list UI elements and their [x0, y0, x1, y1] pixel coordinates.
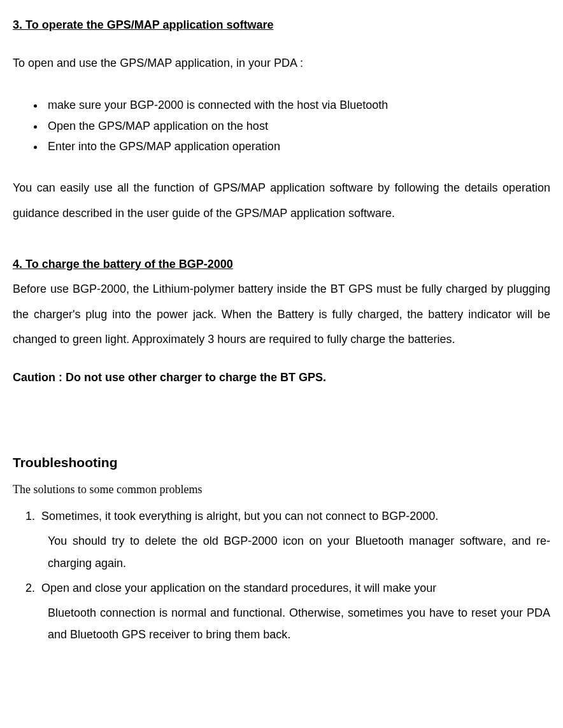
list-item: Sometimes, it took everything is alright…: [38, 505, 550, 527]
section-3-bullet-list: make sure your BGP-2000 is connected wit…: [13, 95, 550, 157]
section-3: 3. To operate the GPS/MAP application so…: [13, 13, 550, 227]
section-3-body: You can easily use all the function of G…: [13, 176, 550, 226]
troubleshooting-item1-detail: You should try to delete the old BGP-200…: [13, 530, 550, 573]
troubleshooting-subheading: The solutions to some common problems: [13, 477, 550, 503]
list-item: Enter into the GPS/MAP application opera…: [45, 136, 550, 157]
troubleshooting-item2-detail: Bluetooth connection is normal and funct…: [13, 602, 550, 645]
section-4: 4. To charge the battery of the BGP-2000…: [13, 252, 550, 391]
list-item: Open and close your application on the s…: [38, 577, 550, 599]
list-item: make sure your BGP-2000 is connected wit…: [45, 95, 550, 115]
section-3-heading: 3. To operate the GPS/MAP application so…: [13, 13, 550, 38]
troubleshooting-heading: Troubleshooting: [13, 448, 550, 477]
section-4-caution: Caution : Do not use other charger to ch…: [13, 365, 550, 391]
section-4-body: Before use BGP-2000, the Lithium-polymer…: [13, 277, 550, 353]
section-4-heading: 4. To charge the battery of the BGP-2000: [13, 252, 550, 277]
troubleshooting-list-2: Open and close your application on the s…: [13, 577, 550, 599]
section-3-intro: To open and use the GPS/MAP application,…: [13, 51, 550, 76]
troubleshooting-list: Sometimes, it took everything is alright…: [13, 505, 550, 527]
troubleshooting-section: Troubleshooting The solutions to some co…: [13, 448, 550, 646]
list-item: Open the GPS/MAP application on the host: [45, 116, 550, 136]
